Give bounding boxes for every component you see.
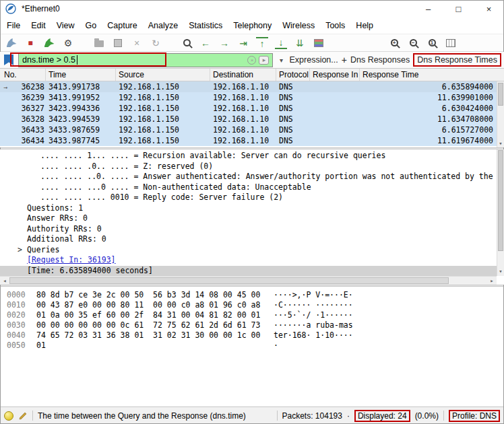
- close-file-icon[interactable]: ×: [131, 37, 143, 49]
- maximize-button[interactable]: □: [443, 0, 474, 17]
- first-packet-icon[interactable]: ↑: [256, 37, 268, 49]
- detail-line[interactable]: Additional RRs: 0: [0, 234, 504, 245]
- capture-options-icon[interactable]: ⚙: [62, 37, 74, 49]
- auto-scroll-icon[interactable]: ⇊: [294, 37, 306, 49]
- save-file-icon[interactable]: [112, 37, 124, 49]
- packet-row[interactable]: → 36238 3413.991738 192.168.1.150 192.16…: [0, 81, 504, 92]
- go-forward-icon[interactable]: →: [218, 37, 230, 49]
- hex-row[interactable]: 0010 00 43 87 e0 00 00 80 11 00 00 c0 a8…: [7, 300, 504, 310]
- menu-analyze[interactable]: Analyze: [143, 21, 183, 30]
- display-filter-input[interactable]: dns.time > 0.5 × ▸: [18, 53, 273, 67]
- detail-horizontal-scrollbar[interactable]: ◂ ▸: [0, 276, 497, 285]
- detail-line[interactable]: .... .... ...0 .... = Non-authenticated …: [0, 182, 504, 193]
- menu-go[interactable]: Go: [80, 21, 102, 30]
- hex-bytes: 74 65 72 03 31 36 38 01 31 02 31 30 00 0…: [36, 330, 274, 341]
- open-file-icon[interactable]: [93, 37, 105, 49]
- filter-shortcut-dns-responses[interactable]: Dns Responses: [350, 55, 410, 65]
- start-capture-icon[interactable]: [5, 37, 18, 49]
- packet-list-scrollbar[interactable]: ▾: [497, 81, 504, 147]
- hex-row[interactable]: 0040 74 65 72 03 31 36 38 01 31 02 31 30…: [7, 330, 504, 341]
- column-header-time[interactable]: Time: [46, 69, 116, 81]
- filter-bookmark-icon[interactable]: [4, 55, 13, 65]
- status-message: The time between the Query and the Respo…: [38, 411, 246, 421]
- detail-line[interactable]: Authority RRs: 0: [0, 224, 504, 235]
- menu-statistics[interactable]: Statistics: [183, 21, 228, 30]
- column-header-response-in[interactable]: Response In: [310, 69, 360, 81]
- menu-view[interactable]: View: [51, 21, 80, 30]
- detail-line-queries[interactable]: > Queries: [0, 245, 504, 256]
- restart-capture-icon[interactable]: [43, 37, 55, 49]
- packet-destination-cell: 192.168.1.10: [210, 93, 276, 102]
- expander-icon[interactable]: >: [18, 245, 22, 256]
- packet-row[interactable]: 36239 3413.991952 192.168.1.150 192.168.…: [0, 92, 504, 103]
- column-header-source[interactable]: Source: [116, 69, 210, 81]
- packet-row[interactable]: 36327 3423.994336 192.168.1.150 192.168.…: [0, 103, 504, 114]
- hex-row[interactable]: 0020 01 0a 00 35 ef 60 00 2f 84 31 00 04…: [7, 310, 504, 320]
- detail-line[interactable]: .... .... ..0. .... = Answer authenticat…: [0, 172, 504, 182]
- capture-comment-pencil-icon[interactable]: [18, 411, 28, 421]
- colorize-icon[interactable]: [313, 37, 325, 49]
- menu-file[interactable]: File: [1, 21, 26, 30]
- scrollbar-thumb[interactable]: [9, 277, 449, 284]
- scrollbar-thumb[interactable]: [498, 83, 503, 106]
- go-to-packet-icon[interactable]: ⇥: [237, 37, 249, 49]
- apply-filter-icon[interactable]: ▸: [259, 56, 269, 65]
- packet-row[interactable]: 36434 3433.987745 192.168.1.150 192.168.…: [0, 135, 504, 146]
- find-packet-icon[interactable]: [181, 37, 193, 49]
- minimize-button[interactable]: –: [413, 0, 443, 17]
- expression-button[interactable]: Expression...: [289, 55, 338, 65]
- scroll-left-icon[interactable]: ◂: [0, 277, 9, 284]
- expert-info-icon[interactable]: [4, 411, 13, 421]
- column-header-no[interactable]: No.: [0, 69, 46, 81]
- detail-line[interactable]: .... .... .... 0010 = Reply code: Server…: [0, 192, 504, 203]
- column-header-response-time[interactable]: Response Time: [360, 69, 504, 81]
- dot-separator: ·: [347, 411, 350, 421]
- go-back-icon[interactable]: ←: [199, 37, 212, 49]
- hex-row[interactable]: 0030 00 00 00 00 00 00 0c 61 72 75 62 61…: [7, 320, 504, 330]
- zoom-out-icon[interactable]: −: [407, 37, 419, 49]
- filter-shortcut-dns-response-times[interactable]: Dns Response Times: [413, 53, 501, 67]
- zoom-reset-icon[interactable]: 1: [426, 37, 438, 49]
- menu-wireless[interactable]: Wireless: [277, 21, 320, 30]
- profile-name[interactable]: Profile: DNS: [449, 410, 500, 422]
- scrollbar-thumb[interactable]: [498, 150, 503, 251]
- packet-row[interactable]: 36328 3423.994539 192.168.1.150 192.168.…: [0, 114, 504, 125]
- detail-line[interactable]: .... .... 1... .... = Recursion availabl…: [0, 151, 504, 162]
- hex-offset: 0020: [7, 310, 36, 320]
- filter-history-dropdown-icon[interactable]: ▾: [276, 57, 286, 64]
- packet-destination-cell: 192.168.1.10: [210, 82, 276, 92]
- packet-bytes-pane[interactable]: 0000 80 8d b7 ce 3e 2c 00 50 56 b3 3d 14…: [0, 287, 504, 407]
- save-shape: [114, 39, 122, 47]
- scrollbar-track[interactable]: [9, 277, 487, 285]
- zoom-in-icon[interactable]: +: [388, 37, 400, 49]
- last-packet-icon[interactable]: ↓: [275, 37, 287, 49]
- reload-icon[interactable]: ↻: [150, 37, 162, 49]
- folder-shape: [94, 40, 104, 47]
- hex-row[interactable]: 0050 01 ·: [7, 341, 504, 351]
- hex-row[interactable]: 0000 80 8d b7 ce 3e 2c 00 50 56 b3 3d 14…: [7, 290, 504, 300]
- close-button[interactable]: ×: [474, 0, 504, 17]
- detail-line[interactable]: Answer RRs: 0: [0, 213, 504, 224]
- column-header-destination[interactable]: Destination: [210, 69, 276, 81]
- menu-edit[interactable]: Edit: [26, 21, 51, 30]
- detail-line-time-selected[interactable]: [Time: 6.635894000 seconds]: [0, 266, 504, 277]
- scroll-right-icon[interactable]: ▸: [487, 277, 497, 284]
- menu-tools[interactable]: Tools: [320, 21, 350, 30]
- menu-capture[interactable]: Capture: [102, 21, 142, 30]
- stop-capture-icon[interactable]: ■: [24, 37, 36, 49]
- detail-vertical-scrollbar[interactable]: ▾: [497, 149, 504, 276]
- detail-line-request-in-link[interactable]: [Request In: 36193]: [0, 255, 504, 266]
- magnifier-shape: +: [391, 39, 398, 46]
- menu-help[interactable]: Help: [350, 21, 379, 30]
- menu-telephony[interactable]: Telephony: [228, 21, 277, 30]
- packet-row[interactable]: 36433 3433.987659 192.168.1.150 192.168.…: [0, 125, 504, 135]
- scroll-down-icon[interactable]: ▾: [497, 139, 504, 147]
- detail-line[interactable]: .... .... .0.. .... = Z: reserved (0): [0, 162, 504, 172]
- add-filter-button-plus[interactable]: +: [342, 55, 347, 65]
- clear-filter-icon[interactable]: ×: [247, 56, 256, 65]
- column-header-protocol[interactable]: Protocol: [276, 69, 310, 81]
- detail-line[interactable]: Questions: 1: [0, 203, 504, 214]
- resize-columns-icon[interactable]: [445, 37, 457, 49]
- columns-shape: [446, 39, 455, 47]
- scroll-down-icon[interactable]: ▾: [497, 268, 504, 276]
